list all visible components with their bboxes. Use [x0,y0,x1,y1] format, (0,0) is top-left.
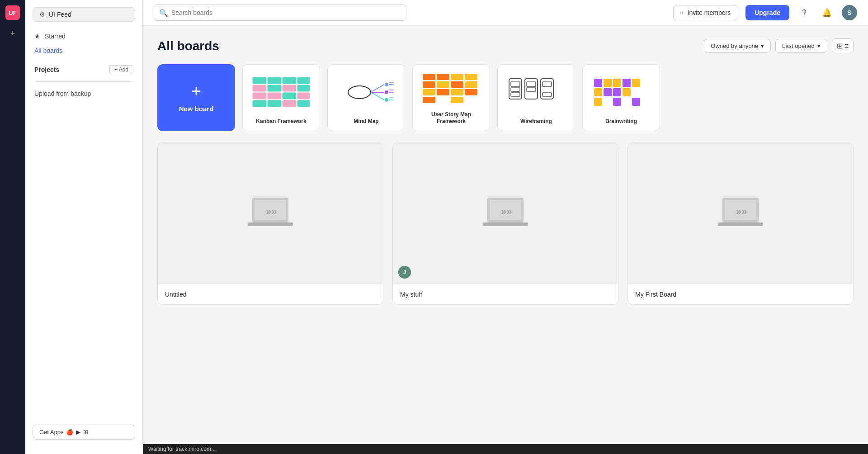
template-name-userstory: User Story Map Framework [416,111,486,125]
svg-rect-51 [542,82,552,86]
template-card-mindmap[interactable]: Mind Map [327,64,405,131]
templates-row: + New board [157,64,854,131]
plus-icon: + [681,9,684,16]
search-icon: 🔍 [159,9,168,17]
board-card-untitled[interactable]: »» Untitled [157,142,383,305]
svg-text:»»: »» [266,206,277,217]
mindmap-preview [331,70,401,114]
svg-rect-33 [423,81,435,88]
board-footer-my-first-board: My First Board [628,284,853,304]
sidebar-item-starred[interactable]: ★ Starred [25,29,142,43]
userstory-svg [422,73,481,104]
topbar: 🔍 + Invite members Upgrade ? 🔔 S [143,0,868,26]
owner-filter[interactable]: Owned by anyone ▾ [704,39,771,53]
svg-rect-9 [268,93,281,99]
brainwriting-preview [586,70,656,114]
plus-icon-large: + [191,83,201,99]
wireframing-preview [501,70,571,114]
svg-rect-37 [423,89,435,95]
svg-rect-7 [297,85,310,91]
sidebar-bottom: Get Apps 🍎 ▶ ⊞ [25,417,142,447]
svg-rect-58 [604,88,612,96]
template-card-kanban[interactable]: Kanban Framework [242,64,320,131]
add-project-button[interactable]: + Add [109,65,133,74]
svg-rect-4 [253,85,266,91]
svg-rect-30 [437,74,449,80]
svg-text:»»: »» [501,206,512,217]
svg-point-16 [348,86,371,99]
new-board-card[interactable]: + New board [157,64,235,131]
svg-rect-32 [465,74,477,80]
svg-rect-5 [268,85,281,91]
collaborator-avatar: J [398,266,411,279]
board-footer-untitled: Untitled [158,284,383,304]
svg-rect-1 [268,77,281,84]
main-content: 🔍 + Invite members Upgrade ? 🔔 S All boa… [143,0,868,454]
get-apps-button[interactable]: Get Apps 🍎 ▶ ⊞ [33,425,135,440]
svg-rect-45 [511,88,520,91]
user-avatar[interactable]: S [842,5,857,20]
left-navigation: UF + [0,0,25,454]
content-area: All boards Owned by anyone ▾ Last opened… [143,26,868,444]
sidebar-item-all-boards[interactable]: All boards [25,43,142,58]
svg-rect-35 [451,81,463,88]
windows-icon: ⊞ [83,429,88,435]
template-card-userstory[interactable]: User Story Map Framework [412,64,490,131]
add-workspace-button[interactable]: + [6,27,19,40]
upgrade-button[interactable]: Upgrade [745,5,789,20]
svg-rect-49 [527,88,536,91]
status-text: Waiting for track.miro.com... [148,446,216,452]
template-card-wireframing[interactable]: Wireframing [497,64,575,131]
new-board-label: New board [179,105,214,113]
help-button[interactable]: ? [797,5,812,20]
svg-line-17 [371,85,384,92]
board-card-my-stuff[interactable]: »» J My stuff [392,142,618,305]
grid-view-icon: ⊞ [837,42,843,50]
sort-filter[interactable]: Last opened ▾ [775,39,827,53]
board-preview-my-first-board: »» [628,142,853,284]
list-view-icon: ≡ [844,42,849,50]
svg-text:»»: »» [736,206,747,217]
svg-rect-2 [283,77,296,84]
upload-from-backup[interactable]: Upload from backup [25,85,142,102]
view-toggle[interactable]: ⊞ ≡ [832,38,854,53]
chevron-down-icon: ▾ [761,43,764,49]
android-icon: ▶ [76,429,80,435]
content-header: All boards Owned by anyone ▾ Last opened… [157,38,854,53]
svg-rect-56 [623,79,631,87]
projects-section: Projects + Add [25,58,142,78]
apple-icon: 🍎 [66,429,73,435]
board-card-my-first-board[interactable]: »» My First Board [627,142,854,305]
template-card-brainwriting[interactable]: Brainwriting [582,64,660,131]
svg-rect-41 [423,97,435,103]
svg-rect-71 [483,222,528,226]
svg-rect-61 [594,98,602,106]
wireframing-svg [507,76,566,108]
search-input[interactable] [154,5,406,21]
svg-rect-48 [527,82,536,86]
gear-icon: ⚙ [39,11,45,18]
board-name-my-stuff: My stuff [400,291,422,298]
svg-rect-6 [283,85,296,91]
svg-rect-13 [268,100,281,107]
svg-rect-62 [613,98,621,106]
template-name-kanban: Kanban Framework [256,118,306,125]
svg-point-21 [385,90,388,94]
miro-laptop-icon: »» [243,193,297,234]
svg-rect-63 [632,79,640,87]
chevron-down-icon-2: ▾ [817,43,821,49]
ui-feed-button[interactable]: ⚙ UI Feed [33,7,135,22]
search-container: 🔍 [154,5,406,21]
svg-rect-36 [465,81,477,88]
notifications-button[interactable]: 🔔 [819,5,835,20]
workspace-avatar[interactable]: UF [5,5,20,20]
svg-rect-59 [613,88,621,96]
svg-rect-54 [604,79,612,87]
board-name-untitled: Untitled [165,291,186,298]
invite-members-button[interactable]: + Invite members [673,5,738,20]
board-preview-untitled: »» [158,142,383,284]
svg-rect-60 [623,88,631,96]
miro-laptop-icon-2: »» [478,193,533,234]
svg-rect-64 [632,98,640,106]
svg-line-19 [371,92,384,100]
